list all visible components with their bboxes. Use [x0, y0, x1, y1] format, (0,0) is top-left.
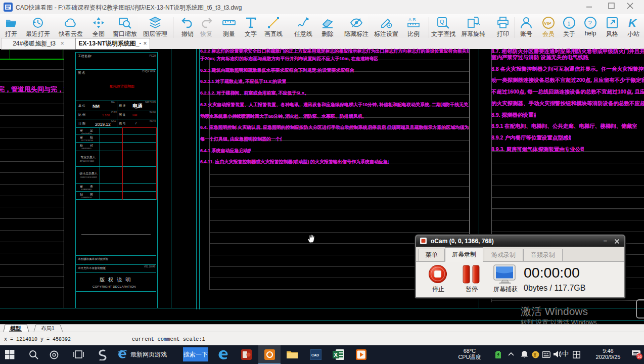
svg-text:16: 16: [637, 354, 642, 359]
svg-text:Q: Q: [440, 19, 444, 25]
svg-text:CAD: CAD: [311, 353, 319, 357]
svg-text:布局1: 布局1: [41, 325, 55, 331]
svg-text:A:B: A:B: [408, 17, 416, 22]
svg-text:?: ?: [588, 19, 592, 27]
svg-text:K: K: [628, 17, 637, 29]
svg-text:¥: ¥: [534, 352, 537, 358]
svg-text:VIP: VIP: [544, 21, 551, 26]
svg-text:i: i: [568, 20, 570, 27]
svg-text:X: X: [334, 352, 338, 358]
svg-text:模型: 模型: [10, 325, 21, 331]
